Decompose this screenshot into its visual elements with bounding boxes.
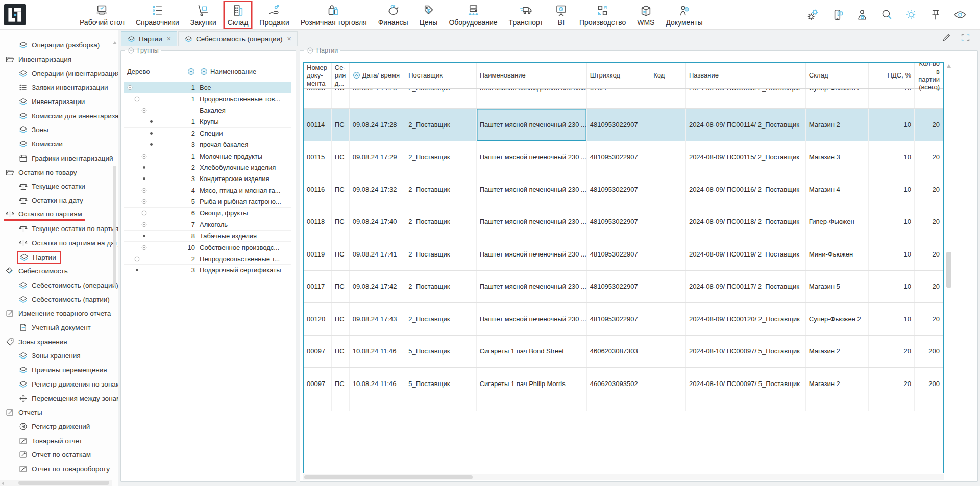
party-table-row[interactable]: 00117 ПС 09.08.24 17:42 2_Поставщик Пашт…	[304, 271, 943, 303]
cell-title[interactable]: 2024-08-10/ ПС00097/ 5_Поставщик	[686, 368, 806, 400]
sidebar-item[interactable]: Остатки по товару	[0, 165, 118, 180]
cell-supplier[interactable]: 2_Поставщик	[405, 141, 476, 173]
cell-name[interactable]: Сигареты 1 пач Philip Morris	[477, 368, 587, 400]
column-header-tree[interactable]: Дерево	[124, 61, 184, 82]
cell-name[interactable]: Паштет мясной печеночный 230 ...	[477, 109, 587, 141]
tree-plus-icon[interactable]	[141, 198, 148, 205]
sidebar-item[interactable]: Графики инвентаризаций	[0, 151, 118, 166]
cell-series[interactable]: ПС	[332, 89, 350, 108]
tree-plus-icon[interactable]	[134, 255, 140, 262]
sidebar-item[interactable]: Регистр движения по зонам	[0, 377, 118, 392]
cell-supplier[interactable]: 2_Поставщик	[405, 238, 476, 270]
menu-item[interactable]: Цены	[416, 2, 440, 28]
cell-warehouse[interactable]: Магазин 4	[806, 173, 869, 206]
cell-series[interactable]: ПС	[332, 368, 350, 400]
cell-barcode[interactable]: 61622	[587, 89, 650, 108]
party-table-row[interactable]: 00097 ПС 10.08.24 11:46 5_Поставщик Сига…	[304, 336, 943, 368]
cell-series[interactable]: ПС	[332, 238, 350, 270]
scroll-up-arrow-icon[interactable]	[947, 64, 951, 68]
sidebar-item[interactable]: Отчет по остаткам	[0, 448, 118, 462]
cell-vat[interactable]: 10	[869, 206, 915, 238]
cell-vat[interactable]: 10	[869, 173, 915, 206]
cell-title[interactable]: 2024-08-09/ ПС00116/ 2_Поставщик	[686, 173, 806, 206]
sidebar-item[interactable]: Текущие остатки по партиям	[0, 222, 118, 236]
cell-qty[interactable]: 20	[915, 303, 943, 335]
cell-qty[interactable]: 20	[915, 271, 943, 303]
cell-doc-number[interactable]: 00120	[304, 303, 332, 335]
cell-name[interactable]: Паштет мясной печеночный 230 ...	[477, 173, 587, 206]
cell-qty[interactable]: 20	[915, 109, 943, 141]
sidebar-item[interactable]: Инвентаризации	[0, 95, 118, 109]
menu-item[interactable]: Склад	[225, 2, 252, 28]
scrollbar-thumb[interactable]	[18, 481, 109, 485]
sidebar-item[interactable]: Остатки на дату	[0, 194, 118, 208]
cell-series[interactable]: ПС	[332, 303, 350, 335]
expand-fullscreen-icon[interactable]	[960, 32, 971, 43]
tree-plus-icon[interactable]	[141, 221, 148, 228]
group-tree-row[interactable]: 1 Продовольственные тов...	[124, 93, 291, 105]
sidebar-item[interactable]: Отчеты	[0, 405, 118, 420]
cell-code[interactable]	[650, 173, 686, 206]
tree-plus-icon[interactable]	[141, 187, 148, 194]
cell-warehouse[interactable]: Магазин 5	[806, 271, 869, 303]
cell-series[interactable]: ПС	[332, 173, 350, 206]
cell-datetime[interactable]: 09.08.24 14:25	[350, 89, 406, 108]
sidebar-item[interactable]: Партии	[0, 250, 118, 264]
cell-supplier[interactable]: 2_Поставщик	[405, 173, 476, 206]
sidebar-item[interactable]: Операции (разборка)	[0, 38, 118, 53]
tree-plus-icon[interactable]	[141, 210, 148, 216]
cell-supplier[interactable]: 5_Поставщик	[405, 336, 476, 368]
cell-code[interactable]	[650, 109, 686, 141]
column-header-doc-number[interactable]: Номер доку-мента	[304, 63, 332, 88]
cell-code[interactable]	[650, 303, 686, 335]
cell-warehouse[interactable]: Магазин 2	[806, 368, 869, 400]
cell-title[interactable]: 2024-08-09/ ПС00120/ 2_Поставщик	[686, 303, 806, 335]
party-table-row[interactable]: 00115 ПС 09.08.24 17:29 2_Поставщик Пашт…	[304, 141, 943, 174]
cell-title[interactable]: 2024-08-09/ ПС00114/ 2_Поставщик	[686, 109, 806, 141]
tree-dot-icon[interactable]	[141, 164, 148, 171]
sidebar-vertical-scrollbar[interactable]	[112, 29, 118, 480]
cell-barcode[interactable]: 4810953022907	[587, 303, 650, 335]
collapse-panel-icon[interactable]	[128, 47, 135, 54]
cell-barcode[interactable]: 4810953022907	[587, 173, 650, 206]
cell-name[interactable]: Паштет мясной печеночный 230 ...	[477, 303, 587, 335]
cell-name[interactable]: Паштет мясной печеночный 230 ...	[477, 271, 587, 303]
cell-code[interactable]	[650, 141, 686, 173]
tree-plus-icon[interactable]	[141, 244, 148, 251]
menu-item[interactable]: Документы	[663, 2, 705, 28]
edit-pencil-icon[interactable]	[941, 32, 952, 43]
column-header-name[interactable]: Наименование	[477, 63, 587, 88]
sidebar-item[interactable]: Учетный документ	[0, 321, 118, 335]
cell-doc-number[interactable]: 00117	[304, 271, 332, 303]
scrollbar-thumb[interactable]	[113, 166, 116, 286]
sidebar-item[interactable]: Зоны хранения	[0, 335, 118, 349]
sidebar-item[interactable]: Остатки по партиям	[0, 208, 118, 222]
cell-doc-number[interactable]: 00118	[304, 206, 332, 238]
tab-close-icon[interactable]: ×	[287, 35, 291, 43]
cell-series[interactable]: ПС	[332, 336, 350, 368]
chat-device-icon[interactable]	[831, 8, 844, 21]
party-table-row[interactable]: 00119 ПС 09.08.24 17:41 2_Поставщик Пашт…	[304, 238, 943, 271]
sidebar-item[interactable]: Комиссии для инвентаризации	[0, 109, 118, 123]
column-header-vat[interactable]: НДС, %	[869, 63, 915, 88]
tab-close-icon[interactable]: ×	[167, 35, 171, 43]
scroll-up-arrow-icon[interactable]	[113, 41, 117, 44]
sidebar-item[interactable]: Инвентаризация	[0, 53, 118, 67]
scrollbar-thumb[interactable]	[946, 252, 951, 288]
cell-datetime[interactable]: 10.08.24 11:46	[350, 336, 406, 368]
menu-item[interactable]: Производство	[576, 2, 629, 28]
cell-supplier[interactable]: 2_Поставщик	[405, 89, 476, 108]
cell-title[interactable]: 2024-08-09/ ПС00065/ 2_Поставщик	[686, 89, 806, 108]
search-icon[interactable]	[880, 8, 893, 21]
tab[interactable]: Партии ×	[121, 31, 177, 46]
tree-minus-icon[interactable]	[127, 84, 133, 91]
cell-supplier[interactable]: 2_Поставщик	[405, 271, 476, 303]
tree-minus-icon[interactable]	[134, 96, 140, 103]
cell-datetime[interactable]: 09.08.24 17:28	[350, 109, 406, 141]
column-header-warehouse[interactable]: Склад	[806, 63, 869, 88]
cell-datetime[interactable]: 09.08.24 17:42	[350, 271, 406, 303]
menu-item[interactable]: Оборудование	[446, 2, 500, 28]
cell-doc-number[interactable]: 00114	[304, 109, 332, 141]
group-tree-row[interactable]: 2 Непродовольственные т...	[124, 253, 291, 265]
tree-dot-icon[interactable]	[148, 118, 155, 125]
